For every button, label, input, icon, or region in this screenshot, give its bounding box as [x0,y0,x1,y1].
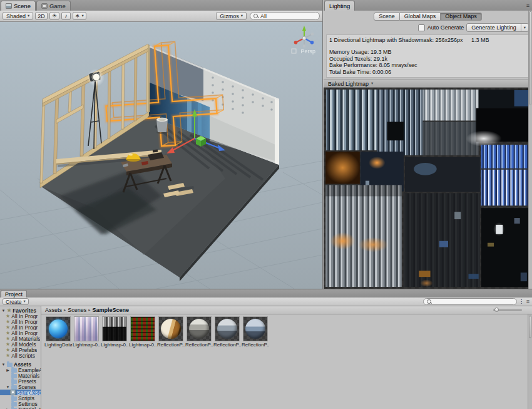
asset-grid: LightingData Lightmap-0... Lightmap-0...… [41,314,532,409]
preview-header: Baked Lightmap ▾ [324,80,532,88]
stat-total-bake-time: Total Bake Time: 0:00:06 [329,69,526,76]
foldout-closed-icon[interactable]: ▶ [6,368,10,372]
foldout-open-icon[interactable]: ▼ [1,363,6,366]
breadcrumb-scenes[interactable]: Scenes [68,307,86,313]
search-icon [253,14,258,19]
generate-lighting-button[interactable]: Generate Lighting ▾ [466,23,529,32]
effects-icon: ∗ [75,13,80,19]
tab-lighting[interactable]: Lighting [324,1,355,11]
scene-search-input[interactable] [260,13,316,19]
lightmap-preview-area [324,88,532,289]
favorite-item[interactable]: ★ All In Progr [0,313,41,319]
breadcrumb-samplescene[interactable]: SampleScene [93,307,130,313]
window-menu-icon[interactable]: ≡ [526,3,529,9]
folder-icon [11,402,17,406]
project-tree: ▼ ★ Favorites ★ All In Progr ★ All In Pr… [0,306,41,409]
asset-reflectionprobe-3[interactable]: ReflectionP... [242,316,269,348]
tree-item-tutorialinfo[interactable]: ▶ Tutorial_Inf [0,406,41,409]
favorite-item[interactable]: ★ All In Progr [0,330,41,336]
favorite-item[interactable]: ★ All Materials [0,336,41,341]
scene-effects-dropdown[interactable]: ∗ ▾ [73,12,86,20]
tab-global-maps[interactable]: Global Maps [400,13,441,21]
tree-item-settings[interactable]: Settings [0,401,41,406]
lighting-pane: Lighting ≡ Scene Global Maps Object Maps… [324,0,532,289]
tree-item-materials[interactable]: Materials [0,373,41,378]
favorite-item[interactable]: ★ All In Progr [0,324,41,330]
tree-item-samplescene[interactable]: SampleScene [0,390,41,395]
star-icon: ★ [6,314,10,319]
tree-item-exampleassets[interactable]: ▶ ExampleAss [0,367,41,373]
asset-label: ReflectionP... [213,342,241,348]
baked-lightmap-dropdown[interactable]: Baked Lightmap ▾ [325,80,376,87]
draw-mode-dropdown[interactable]: Shaded ▾ [3,12,33,20]
tree-item-label: SampleScene [17,390,41,395]
tree-item-label: Presets [18,378,36,384]
scene-audio-toggle[interactable]: ♪ [61,12,71,20]
project-toolbar: Create ▾ ⋮ ≡ [0,298,532,306]
tab-project[interactable]: Project [1,290,27,298]
thumbnail-size-slider[interactable] [493,307,522,313]
tree-item-label: Scenes [18,384,36,390]
tree-item-scenes[interactable]: ▼ Scenes [0,384,41,390]
project-scrollbar[interactable] [528,314,532,409]
assets-header-label: Assets [14,361,31,367]
foldout-open-icon[interactable]: ▼ [1,309,6,313]
2d-toggle-button[interactable]: 2D [35,12,48,20]
lighting-scrollbar[interactable] [528,11,532,289]
foldout-open-icon[interactable]: ▼ [6,385,10,389]
asset-label: Lightmap-0... [101,342,128,348]
reflectionprobe-thumbnail [158,316,183,341]
lightmap-thumbnail [102,316,127,341]
favorite-item[interactable]: ★ All Scripts [0,353,41,358]
reflectionprobe-thumbnail [187,316,212,341]
generate-lighting-dropdown[interactable]: ▾ [521,24,528,31]
gizmos-dropdown[interactable]: Gizmos ▾ [216,12,247,20]
lighting-scene-tab-label: Scene [379,13,395,19]
asset-reflectionprobe-1[interactable]: ReflectionP... [186,316,212,348]
game-tab-label: Game [49,3,66,9]
asset-lightmap-0[interactable]: Lightmap-0... [73,316,100,348]
asset-lightmap-1[interactable]: Lightmap-0... [101,316,128,348]
tab-game[interactable]: Game [36,1,71,11]
tree-item-label: ExampleAss [18,367,41,373]
project-content: Assets ▸ Scenes ▸ SampleScene LightingDa… [41,306,532,409]
scene-lighting-toggle[interactable]: ☀ [49,12,59,20]
project-search-input[interactable] [434,299,513,305]
baked-lightmap-preview[interactable] [324,88,532,289]
asset-lightingdata[interactable]: LightingData [45,316,71,348]
unity-scene-icon [10,390,16,395]
project-pane: Project Create ▾ ⋮ ≡ ▼ ★ Favorites [0,289,532,409]
favorite-item[interactable]: ★ All Prefabs [0,347,41,353]
auto-generate-checkbox[interactable] [418,24,425,31]
assets-header[interactable]: ▼ Assets [0,361,41,367]
favorite-item[interactable]: ★ All In Progr [0,319,41,324]
lightmap-size: 1.3 MB [471,37,526,43]
tab-lighting-scene[interactable]: Scene [374,13,400,21]
asset-lightmap-2[interactable]: Lightmap-0... [130,316,156,348]
lightbulb-icon: ☀ [52,13,57,19]
window-menu-icon[interactable]: ≡ [526,299,529,304]
breadcrumb-assets[interactable]: Assets [45,307,62,313]
asset-reflectionprobe-2[interactable]: ReflectionP... [214,316,240,348]
scene-3d-viewport[interactable]: Persp [0,22,322,289]
scene-search-field[interactable] [250,12,320,20]
scene-toolbar: Shaded ▾ 2D ☀ ♪ ∗ ▾ Gizmos ▾ [0,11,322,22]
favorites-header[interactable]: ▼ ★ Favorites [0,308,41,313]
tree-item-presets[interactable]: Presets [0,378,41,384]
search-type-icon[interactable]: ⋮ [519,299,524,304]
persp-label[interactable]: Persp [300,48,315,54]
2d-toggle-label: 2D [38,13,45,19]
create-button[interactable]: Create ▾ [3,298,29,305]
scrollbar-thumb[interactable] [529,316,531,338]
tree-item-label: Scripts [18,395,34,401]
tab-scene[interactable]: Scene [1,1,36,11]
project-search-field[interactable] [423,298,517,305]
slider-thumb[interactable] [494,308,499,312]
star-icon: ★ [6,336,10,341]
scene-tab-label: Scene [14,3,31,9]
generate-lighting-label: Generate Lighting [467,24,521,31]
tab-object-maps[interactable]: Object Maps [441,13,482,21]
tree-item-scripts[interactable]: Scripts [0,395,41,401]
favorite-item[interactable]: ★ All Models [0,341,41,347]
asset-reflectionprobe-0[interactable]: ReflectionP... [158,316,184,348]
